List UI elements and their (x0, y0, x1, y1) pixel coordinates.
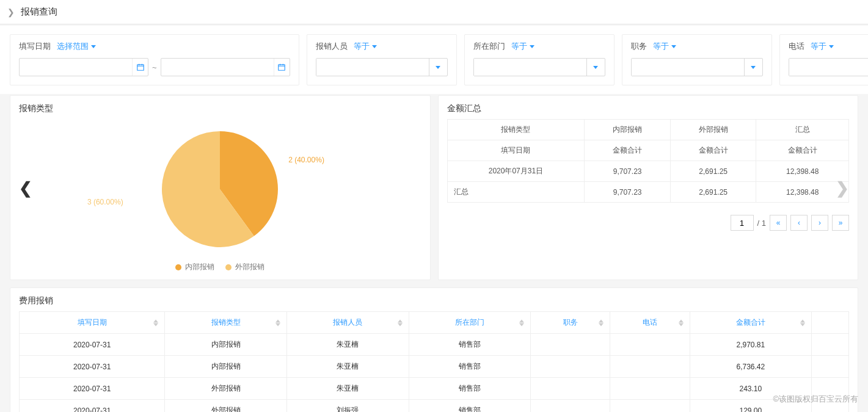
pie-chart: 2 (40.00%) 3 (60.00%) (19, 119, 421, 259)
column-header[interactable]: 报销人员 (286, 312, 409, 334)
chart-legend: 内部报销 外部报销 (19, 262, 421, 272)
th: 金额合计 (756, 140, 849, 161)
pager-last-button[interactable]: » (832, 215, 849, 231)
filter-bar: 填写日期 选择范围 ~ 报销人员 等于 (0, 26, 868, 94)
table-row[interactable]: 2020-07-31内部报销朱亚楠销售部2,970.81 (20, 334, 849, 356)
table-cell (812, 334, 849, 356)
table-cell: 6,736.42 (690, 356, 812, 378)
filter-dept-op[interactable]: 等于 (511, 41, 534, 52)
caret-down-icon (751, 66, 756, 69)
dropdown-button[interactable] (586, 59, 605, 76)
table-cell: 9,707.23 (585, 182, 671, 203)
dropdown-button[interactable] (429, 59, 447, 76)
sort-icon (800, 319, 805, 326)
table-cell: 12,398.48 (756, 182, 849, 203)
calendar-icon[interactable] (274, 59, 290, 76)
caret-down-icon (436, 66, 440, 69)
chart-panel: 报销类型 ❮ 2 (40.00%) 3 (60.00%) 内部报销 外部报销 (10, 95, 431, 280)
th: 内部报销 (585, 120, 671, 140)
filter-date-label: 填写日期 (19, 41, 51, 52)
filter-person: 报销人员 等于 (307, 34, 457, 85)
filter-job-op[interactable]: 等于 (653, 41, 676, 52)
filter-phone: 电话 等于 (779, 34, 868, 85)
table-row[interactable]: 2020-07-31内部报销朱亚楠销售部6,736.42 (20, 356, 849, 378)
summary-next-button[interactable]: ❯ (836, 178, 849, 197)
date-from-input[interactable] (19, 58, 148, 76)
pager-next-button[interactable]: › (811, 215, 828, 231)
page-header: ❯ 报销查询 (0, 0, 868, 24)
column-header[interactable]: 职务 (531, 312, 610, 334)
filter-dept: 所在部门 等于 (464, 34, 615, 85)
svg-rect-1 (279, 65, 285, 70)
column-header[interactable]: 填写日期 (20, 312, 165, 334)
legend-label: 外部报销 (235, 262, 264, 272)
table-cell (531, 334, 610, 356)
th: 金额合计 (670, 140, 756, 161)
filter-dept-input[interactable] (474, 59, 586, 76)
chevron-right-icon[interactable]: ❯ (7, 7, 15, 17)
date-to-field[interactable] (161, 63, 274, 72)
caret-down-icon (829, 45, 834, 48)
pie-svg (162, 131, 278, 247)
filter-job-select[interactable] (631, 58, 763, 76)
column-header[interactable]: 金额合计 (690, 312, 812, 334)
caret-down-icon (593, 66, 598, 69)
filter-phone-select[interactable] (789, 58, 868, 76)
table-cell: 2020-07-31 (20, 378, 165, 400)
date-from-field[interactable] (20, 63, 132, 72)
table-cell (531, 356, 610, 378)
table-header-row: 填写日期报销类型报销人员所在部门职务电话金额合计 (20, 312, 849, 334)
column-header[interactable]: 电话 (610, 312, 690, 334)
table-cell: 2020年07月31日 (447, 161, 585, 182)
sort-icon (679, 319, 684, 326)
filter-date-op[interactable]: 选择范围 (57, 41, 96, 52)
pager-first-button[interactable]: « (770, 215, 787, 231)
table-cell: 朱亚楠 (286, 378, 409, 400)
date-to-input[interactable] (161, 58, 290, 76)
caret-down-icon (671, 45, 676, 48)
th: 外部报销 (670, 120, 756, 140)
caret-down-icon (91, 45, 96, 48)
table-header-row: 报销类型 内部报销 外部报销 汇总 (447, 120, 849, 140)
sort-icon (153, 319, 158, 326)
legend-item[interactable]: 外部报销 (225, 262, 264, 272)
legend-item[interactable]: 内部报销 (175, 262, 214, 272)
pager-prev-button[interactable]: ‹ (790, 215, 808, 231)
table-cell (531, 378, 610, 400)
filter-person-input[interactable] (316, 59, 429, 76)
table-cell: 外部报销 (165, 400, 287, 413)
filter-dept-select[interactable] (473, 58, 605, 76)
filter-phone-op[interactable]: 等于 (811, 41, 834, 52)
table-row[interactable]: 2020-07-31外部报销朱亚楠销售部243.10 (20, 378, 849, 400)
table-cell: 汇总 (447, 182, 585, 203)
table-cell: 内部报销 (165, 356, 287, 378)
filter-person-select[interactable] (316, 58, 448, 76)
table-cell: 朱亚楠 (286, 334, 409, 356)
filter-person-label: 报销人员 (316, 41, 348, 52)
column-header[interactable]: 报销类型 (165, 312, 287, 334)
th: 汇总 (756, 120, 849, 140)
sort-icon (599, 319, 604, 326)
table-row: 2020年07月31日9,707.232,691.2512,398.48 (447, 161, 849, 182)
dropdown-button[interactable] (744, 59, 762, 76)
page-title: 报销查询 (21, 6, 57, 18)
filter-job: 职务 等于 (622, 34, 772, 85)
table-cell: 销售部 (409, 334, 531, 356)
filter-phone-label: 电话 (789, 41, 804, 52)
filter-phone-input[interactable] (789, 59, 868, 76)
table-row[interactable]: 2020-07-31外部报销刘振强销售部129.00 (20, 400, 849, 413)
legend-dot-icon (225, 264, 232, 270)
summary-panel: 金额汇总 ❯ 报销类型 内部报销 外部报销 汇总 填写日期 金额合计 金额合计 … (438, 95, 859, 280)
filter-person-op[interactable]: 等于 (354, 41, 377, 52)
column-header[interactable]: 所在部门 (409, 312, 531, 334)
pager-current-input[interactable] (731, 215, 754, 231)
table-cell (610, 400, 690, 413)
detail-panel: 费用报销 填写日期报销类型报销人员所在部门职务电话金额合计 2020-07-31… (10, 287, 858, 412)
pie-label-b: 3 (60.00%) (87, 198, 123, 206)
table-cell: 2,691.25 (670, 182, 756, 203)
table-cell: 2020-07-31 (20, 356, 165, 378)
pager: / 1 « ‹ › » (447, 215, 850, 231)
filter-job-input[interactable] (632, 59, 744, 76)
calendar-icon[interactable] (132, 59, 148, 76)
table-cell: 销售部 (409, 356, 531, 378)
